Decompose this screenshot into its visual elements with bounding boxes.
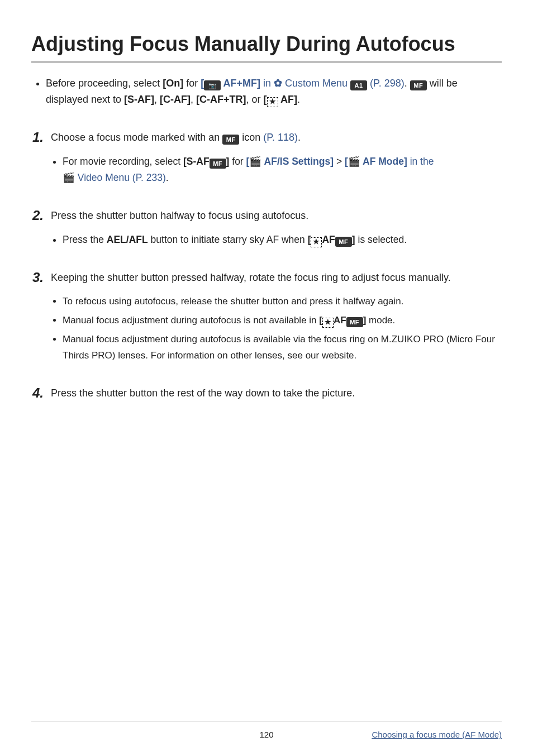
video-menu-link[interactable]: 🎬 Video Menu (P. 233) [63, 172, 166, 183]
video-icon: 🎬 [63, 172, 75, 183]
step-4-text: Press the shutter button the rest of the… [51, 387, 355, 399]
step-1: 1 Choose a focus mode marked with an MF … [31, 127, 502, 186]
s3s2-pre: Manual focus adjustment during autofocus… [63, 315, 319, 326]
s1s-for: for [229, 156, 246, 167]
step-number-2: 2 [32, 205, 48, 226]
s1s-safo: [S-AF [183, 156, 210, 167]
lead-list: Before proceeding, select [On] for [ AF+… [31, 75, 502, 108]
footer-breadcrumb-link[interactable]: Choosing a focus mode (AF Mode) [372, 730, 502, 739]
page-heading: Adjusting Focus Manually During Autofocu… [31, 31, 502, 63]
step-2-text: Press the shutter button halfway to focu… [51, 210, 308, 221]
mf-icon: MF [222, 135, 239, 145]
s1s-vm: Video Menu (P. 233) [75, 172, 166, 183]
lead-period: . [297, 94, 300, 105]
step-number-4: 4 [32, 382, 48, 404]
step-3-text: Keeping the shutter button pressed halfw… [51, 272, 451, 283]
step-3-sub-item-1: To refocus using autofocus, release the … [63, 294, 502, 309]
afis-settings-link[interactable]: [🎬 AF/IS Settings] [246, 156, 334, 167]
custom-menu-link[interactable]: ✿ Custom Menu A1 (P. 298) [274, 78, 404, 89]
s2s-pre: Press the [63, 234, 107, 245]
mf-icon: MF [346, 317, 363, 327]
page-footer: 120 Choosing a focus mode (AF Mode) [31, 721, 502, 739]
video-icon: 🎬 [249, 156, 261, 167]
s3s2-post: mode. [366, 315, 395, 326]
step-3: 3 Keeping the shutter button pressed hal… [31, 267, 502, 363]
starry-icon [322, 318, 334, 328]
af-mode-link[interactable]: [🎬 AF Mode] [345, 156, 407, 167]
starry-icon [311, 237, 322, 247]
lead-text: Before proceeding, select [46, 78, 163, 89]
step-4: 4 Press the shutter button the rest of t… [31, 382, 502, 404]
starry-af-mf-label: [AFMF] [308, 234, 355, 245]
gear-icon: ✿ [274, 78, 282, 89]
afmf-link[interactable]: [ AF+MF] [201, 78, 260, 89]
step-1-text: Choose a focus mode marked with an MF ic… [51, 132, 301, 143]
afmf-label: AF+MF] [221, 78, 260, 89]
step-2-sub-item: Press the AEL/AFL button to initiate sta… [63, 232, 502, 248]
step-1-sub: For movie recording, select [S-AFMF] for… [31, 154, 502, 186]
video-icon: 🎬 [348, 156, 360, 167]
step-2: 2 Press the shutter button halfway to fo… [31, 205, 502, 248]
lead-on: [On] [163, 78, 183, 89]
camera-icon [204, 80, 221, 90]
step-3-sub-item-2: Manual focus adjustment during autofocus… [63, 313, 502, 328]
a1-icon: A1 [350, 80, 367, 90]
saf-label: [S-AF] [124, 94, 154, 105]
caf-label: [C-AF] [160, 94, 191, 105]
s1s-afisl: AF/IS Settings] [261, 156, 334, 167]
mf-icon: MF [335, 237, 352, 247]
mf-icon: MF [410, 80, 427, 90]
starry-af-label: [ AF] [264, 94, 297, 105]
step-1-sub-item: For movie recording, select [S-AFMF] for… [63, 154, 502, 186]
lead-after1: . [404, 78, 410, 89]
step-3-sub-item-3: Manual focus adjustment during autofocus… [63, 332, 502, 363]
s1s-pre: For movie recording, select [63, 156, 183, 167]
page-118-link[interactable]: (P. 118) [263, 132, 298, 143]
s1-pre: Choose a focus mode marked with an [51, 132, 222, 143]
s1-post: icon [239, 132, 263, 143]
s1s-gt: > [334, 156, 345, 167]
c2: , [191, 94, 196, 105]
step-number-3: 3 [32, 267, 48, 288]
starry-af-mf-label: [AFMF] [319, 315, 366, 326]
caftr-label: [C-AF+TR] [196, 94, 246, 105]
step-2-sub: Press the AEL/AFL button to initiate sta… [31, 232, 502, 248]
s3s2-af: AF [334, 315, 346, 326]
step-number-1: 1 [32, 127, 48, 148]
s1s-in: in the [407, 156, 434, 167]
page-ref-298: (P. 298) [367, 78, 404, 89]
starry-icon [267, 97, 278, 107]
c1: , [154, 94, 160, 105]
s1-end: . [298, 132, 301, 143]
lead-item: Before proceeding, select [On] for [ AF+… [46, 75, 502, 108]
sbl: AF] [278, 94, 297, 105]
s2s-post: is selected. [355, 234, 407, 245]
s2s-af: AF [322, 234, 335, 245]
page-number: 120 [259, 730, 273, 739]
s2s-mid: button to initiate starry sky AF when [148, 234, 308, 245]
custom-menu-text: Custom Menu [282, 78, 350, 89]
ael-afl-label: AEL/AFL [107, 234, 148, 245]
lead-for: for [183, 78, 201, 89]
lead-in: in [260, 78, 274, 89]
s1s-afml: AF Mode] [360, 156, 407, 167]
step-3-sub: To refocus using autofocus, release the … [31, 294, 502, 363]
or-text: , or [246, 94, 264, 105]
s1s-end: . [166, 172, 169, 183]
steps-list: 1 Choose a focus mode marked with an MF … [31, 127, 502, 404]
mf-icon: MF [210, 159, 226, 169]
saf-mf-label: [S-AFMF] [183, 156, 229, 167]
